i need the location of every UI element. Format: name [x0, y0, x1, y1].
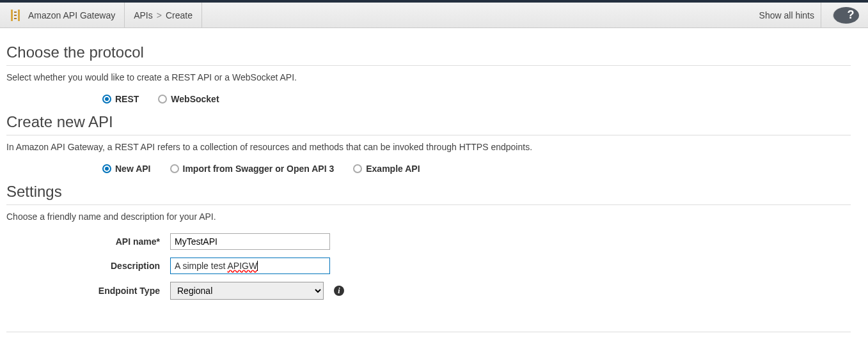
description-text-prefix: A simple test — [175, 261, 227, 271]
api-name-row: API name* — [6, 233, 851, 250]
description-row: Description A simple test APIGW — [6, 258, 851, 274]
radio-dot-icon — [353, 164, 362, 173]
protocol-option-rest-label: REST — [115, 94, 139, 104]
top-right-controls — [821, 3, 868, 27]
info-icon[interactable] — [334, 286, 344, 296]
protocol-option-websocket[interactable]: WebSocket — [158, 94, 219, 104]
radio-dot-icon — [102, 164, 111, 173]
create-option-example[interactable]: Example API — [353, 164, 420, 174]
create-option-new-label: New API — [115, 164, 151, 174]
svg-rect-1 — [18, 10, 20, 21]
breadcrumb-current: Create — [166, 10, 193, 20]
protocol-option-rest[interactable]: REST — [102, 94, 139, 104]
description-label: Description — [6, 261, 160, 271]
protocol-option-websocket-label: WebSocket — [171, 94, 219, 104]
svg-rect-2 — [14, 12, 17, 13]
top-nav-bar: Amazon API Gateway APIs > Create Show al… — [0, 3, 868, 28]
help-icon[interactable] — [833, 7, 859, 24]
api-name-input[interactable] — [170, 233, 330, 250]
radio-dot-icon — [102, 95, 111, 104]
bottom-divider — [6, 332, 851, 332]
create-option-import-label: Import from Swagger or Open API 3 — [183, 164, 335, 174]
protocol-radio-group: REST WebSocket — [102, 94, 851, 104]
service-cell[interactable]: Amazon API Gateway — [0, 3, 125, 27]
show-all-hints-button[interactable]: Show all hints — [753, 3, 821, 27]
endpoint-type-label: Endpoint Type — [6, 286, 160, 296]
protocol-heading: Choose the protocol — [6, 43, 851, 66]
svg-rect-4 — [14, 18, 17, 19]
endpoint-type-select[interactable]: RegionalEdge optimizedPrivate — [170, 282, 324, 300]
breadcrumb-root[interactable]: APIs — [134, 10, 153, 20]
svg-rect-0 — [11, 10, 13, 21]
api-gateway-logo-icon — [9, 9, 22, 22]
radio-dot-icon — [158, 95, 167, 104]
endpoint-type-row: Endpoint Type RegionalEdge optimizedPriv… — [6, 282, 851, 300]
breadcrumb: APIs > Create — [125, 3, 202, 27]
description-input[interactable]: A simple test APIGW — [170, 258, 330, 274]
service-name: Amazon API Gateway — [28, 10, 115, 20]
main-content: Choose the protocol Select whether you w… — [0, 28, 857, 354]
chevron-right-icon: > — [157, 10, 162, 20]
text-cursor-icon — [257, 261, 258, 271]
spacer — [202, 3, 753, 27]
description-text-spellerr: APIGW — [227, 261, 257, 271]
api-name-label: API name* — [6, 236, 160, 247]
create-option-new[interactable]: New API — [102, 164, 151, 174]
settings-description: Choose a friendly name and description f… — [6, 212, 851, 222]
create-heading: Create new API — [6, 113, 851, 135]
radio-dot-icon — [170, 164, 179, 173]
create-option-example-label: Example API — [366, 164, 420, 174]
protocol-description: Select whether you would like to create … — [6, 72, 851, 82]
svg-rect-3 — [14, 15, 17, 16]
create-description: In Amazon API Gateway, a REST API refers… — [6, 142, 851, 152]
create-option-import[interactable]: Import from Swagger or Open API 3 — [170, 164, 335, 174]
settings-heading: Settings — [6, 183, 851, 205]
create-radio-group: New API Import from Swagger or Open API … — [102, 164, 851, 174]
